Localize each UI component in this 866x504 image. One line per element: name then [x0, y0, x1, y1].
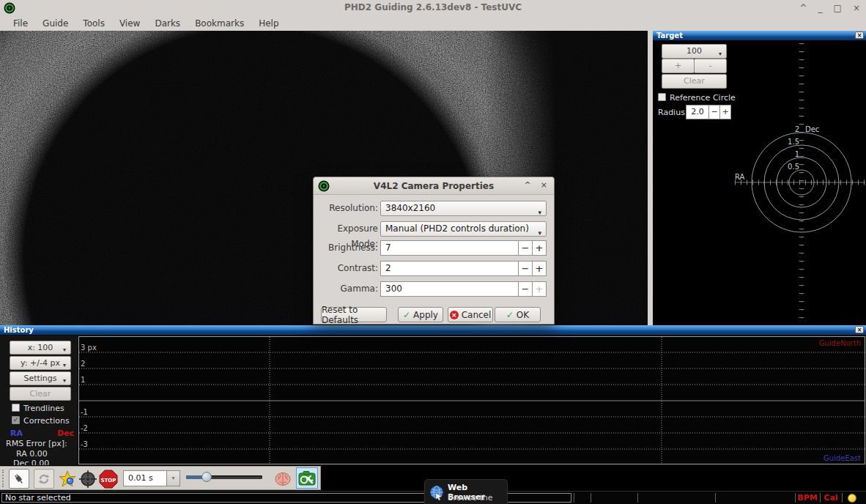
guide-east-label: GuideEast: [824, 454, 861, 462]
web-browser-globe-icon: [429, 485, 445, 500]
status-separator: [637, 493, 638, 503]
window-titlebar: PHD2 Guiding 2.6.13dev8 - TestUVC ^ _ □ …: [0, 0, 866, 16]
history-yscale-dropdown[interactable]: y: +/-4 px ▾: [10, 356, 71, 370]
ok-button[interactable]: ✓ OK: [495, 307, 541, 322]
reference-circle-checkbox[interactable]: [658, 93, 666, 101]
menu-bookmarks[interactable]: Bookmarks: [188, 17, 251, 30]
v4l2-properties-dialog: V4L2 Camera Properties ^ × Resolution: 3…: [313, 177, 555, 325]
menubar: File Guide Tools View Darks Bookmarks He…: [0, 16, 866, 31]
chevron-down-icon: ▾: [63, 374, 66, 387]
history-xscale-dropdown[interactable]: x: 100 ▾: [10, 341, 71, 355]
usb-plug-icon: [12, 472, 26, 486]
target-clear-button[interactable]: Clear: [662, 74, 727, 89]
history-close-icon[interactable]: ×: [855, 326, 864, 333]
radius-input[interactable]: 2.0: [686, 105, 709, 119]
loop-arrows-icon: [37, 472, 51, 486]
brain-settings-button[interactable]: [273, 469, 293, 489]
cancel-button[interactable]: × Cancel: [448, 307, 493, 322]
gamma-input[interactable]: 300: [380, 281, 519, 297]
connect-camera-button[interactable]: [9, 469, 29, 489]
target-scale-value: 100: [686, 46, 702, 56]
history-xscale-value: x: 100: [28, 343, 53, 352]
dec-axis-label: Dec: [805, 125, 819, 133]
target-zoom-out-button[interactable]: -: [694, 59, 727, 73]
dialog-title: V4L2 Camera Properties: [314, 181, 554, 191]
check-icon: ✓: [506, 310, 514, 320]
trendlines-checkbox[interactable]: [12, 404, 20, 412]
history-settings-dropdown[interactable]: Settings ▾: [10, 371, 71, 385]
gamma-increment-button[interactable]: +: [533, 281, 547, 297]
menu-view[interactable]: View: [112, 17, 147, 30]
history-panel-titlebar[interactable]: History ×: [0, 325, 866, 335]
minimize-button[interactable]: _: [818, 1, 823, 15]
ra-axis-label: RA: [735, 173, 745, 181]
gamma-slider-handle[interactable]: [201, 472, 212, 482]
target-panel-title: Target: [656, 32, 683, 40]
toolbar-grip-handle[interactable]: [2, 470, 4, 487]
target-scale-dropdown[interactable]: 100 ▾: [662, 44, 727, 59]
ytick-2: 2: [81, 360, 85, 368]
loop-exposures-button[interactable]: [34, 469, 54, 489]
brightness-input[interactable]: 7: [380, 240, 519, 256]
brightness-label: Brightness:: [314, 240, 378, 256]
dialog-shade-button[interactable]: ^: [525, 180, 531, 190]
camera-setup-button[interactable]: [296, 467, 318, 489]
dialog-titlebar[interactable]: V4L2 Camera Properties ^ ×: [314, 177, 554, 195]
guide-crosshair-icon: [78, 470, 97, 489]
check-icon: ✓: [403, 310, 410, 320]
menu-tools[interactable]: Tools: [75, 17, 112, 30]
stop-button[interactable]: STOP: [98, 469, 119, 489]
brightness-decrement-button[interactable]: −: [519, 240, 533, 256]
ytick-m2: -2: [81, 424, 88, 432]
target-panel-titlebar[interactable]: Target ×: [653, 31, 866, 40]
corrections-checkbox[interactable]: ✓: [12, 416, 20, 424]
exposure-mode-dropdown[interactable]: Manual (PHD2 controls duration) ▾: [380, 221, 547, 237]
radius-decrement-button[interactable]: −: [708, 105, 720, 119]
brightness-increment-button[interactable]: +: [533, 240, 547, 256]
history-panel: History × x: 100 ▾ y: +/-4 px ▾ Settings…: [0, 325, 866, 465]
bpm-indicator: BPM: [796, 493, 819, 503]
exposure-duration-select[interactable]: 0.01 s: [123, 470, 167, 486]
menu-file[interactable]: File: [6, 17, 35, 30]
ra-legend-label: RA: [10, 429, 23, 438]
dialog-close-button[interactable]: ×: [541, 180, 547, 190]
menu-darks[interactable]: Darks: [147, 17, 188, 30]
target-close-icon[interactable]: ×: [855, 32, 864, 39]
gamma-slider-track[interactable]: [186, 475, 262, 479]
brain-icon: [274, 471, 292, 487]
resolution-label: Resolution:: [314, 201, 378, 216]
history-panel-body: x: 100 ▾ y: +/-4 px ▾ Settings ▾ Clear T…: [0, 336, 866, 465]
gamma-decrement-button[interactable]: −: [519, 281, 533, 297]
reset-defaults-button[interactable]: Reset to Defaults: [321, 307, 387, 322]
radius-increment-button[interactable]: +: [719, 105, 731, 119]
target-zoom-in-button[interactable]: +: [662, 59, 695, 73]
gamma-label: Gamma:: [314, 281, 378, 297]
maximize-button[interactable]: □: [834, 1, 842, 15]
phd2-main-window: PHD2 Guiding 2.6.13dev8 - TestUVC ^ _ □ …: [0, 0, 866, 504]
menu-guide[interactable]: Guide: [35, 17, 75, 30]
status-indicator-dot: [848, 494, 856, 503]
trendlines-label: Trendlines: [23, 404, 64, 413]
close-button[interactable]: ×: [853, 1, 860, 15]
ring-label-1: 1: [795, 150, 799, 158]
apply-button[interactable]: ✓ Apply: [398, 307, 443, 322]
contrast-input[interactable]: 2: [380, 261, 519, 276]
status-separator: [591, 493, 591, 503]
contrast-increment-button[interactable]: +: [533, 261, 547, 276]
start-guiding-button[interactable]: [78, 469, 98, 489]
star-icon: [58, 470, 77, 489]
web-browser-tooltip[interactable]: Web Browser Browse the web: [424, 479, 508, 504]
camera-wrench-icon: [298, 470, 316, 486]
window-title: PHD2 Guiding 2.6.13dev8 - TestUVC: [0, 2, 866, 12]
contrast-label: Contrast:: [314, 261, 378, 276]
ring-label-05: 0.5: [788, 163, 799, 171]
chevron-down-icon: ▾: [63, 359, 66, 371]
shade-button[interactable]: ^: [800, 1, 807, 15]
auto-select-star-button[interactable]: [57, 469, 78, 489]
history-clear-button[interactable]: Clear: [10, 387, 71, 401]
menu-help[interactable]: Help: [251, 17, 286, 30]
contrast-decrement-button[interactable]: −: [519, 261, 533, 276]
exposure-dropdown-button[interactable]: ▾: [166, 470, 180, 486]
target-panel: Target × 100 ▾ + - Clear Reference Circl…: [653, 31, 866, 325]
resolution-dropdown[interactable]: 3840x2160 ▾: [380, 201, 547, 216]
